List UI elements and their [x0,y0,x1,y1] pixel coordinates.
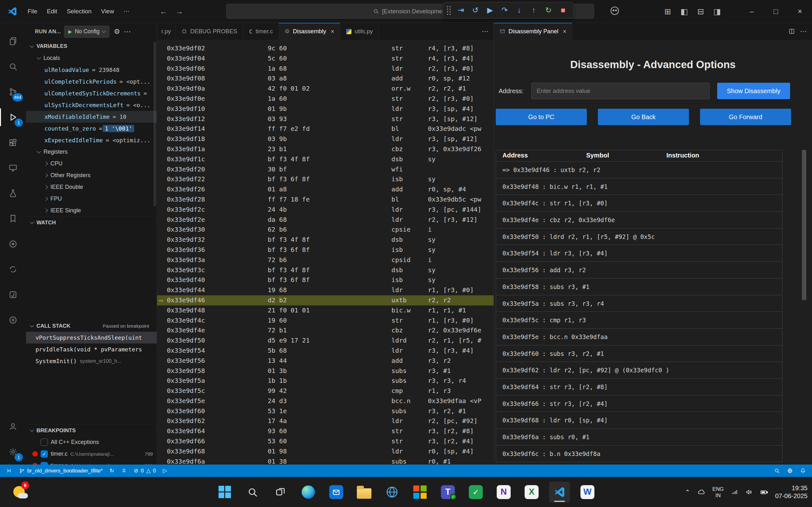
table-row[interactable]: 0x33e9df58 : subs r3, #1 [496,279,782,295]
table-row[interactable]: 0x33e9df66 : str r3, [r2, #4] [496,395,782,412]
live-share-item[interactable] [783,464,797,477]
step-over-icon[interactable]: ↷ [498,4,512,16]
disassembly-line[interactable]: ⇨ 0x33e9df50 d5 e9 17 21 ldrd r2, r1, [r… [157,336,494,346]
testing-icon[interactable] [0,181,26,206]
menu-file[interactable]: File [23,4,42,19]
tray-expand-icon[interactable]: ⌃ [685,488,690,496]
sidebar-scrollbar[interactable] [154,42,156,207]
tab-debug-probes[interactable]: DEBUG PROBES [176,23,243,40]
table-row[interactable]: 0x33e9df60 : subs r3, r2, #1 [496,345,782,362]
table-row[interactable]: 0x33e9df6c : b.n 0x33e9df8a [496,446,782,462]
bookmarks-icon[interactable] [0,206,26,231]
extensions-icon[interactable] [0,130,26,155]
disassembly-line[interactable]: ⇨ 0x33e9df0a 42 f0 01 02 orr.w r2, r2, #… [157,83,494,94]
variable-row[interactable]: ulReloadValue = 239848 [26,64,157,76]
split-editor-icon[interactable] [789,28,795,35]
table-row[interactable]: 0x33e9df6a : subs r0, #1 [496,429,782,446]
extension-tool-icon[interactable] [0,231,26,257]
register-group-row[interactable]: IEEE Single [26,205,157,216]
taskbar-excel[interactable]: X [521,482,542,503]
taskbar-start-button[interactable] [214,482,235,503]
language-indicator[interactable]: ENG IN [712,486,724,498]
disassembly-line[interactable]: ⇨ 0x33e9df14 ff f7 e2 fd bl 0x33e9dadc <… [157,124,494,134]
volume-icon[interactable] [745,488,753,496]
menu-view[interactable]: View [96,4,119,19]
register-group-row[interactable]: IEEE Double [26,181,157,193]
disassembly-line[interactable]: ⇨ 0x33e9df5a 1b 1b subs r3, r3, r4 [157,376,494,386]
source-control-icon[interactable]: 464 [0,79,26,105]
menu-edit[interactable]: Edit [42,4,62,19]
device-tool-icon[interactable] [0,307,26,333]
taskbar-edge[interactable] [298,482,319,503]
jlink-tool-icon[interactable] [0,282,26,307]
start-debug-icon[interactable]: ▶ [68,29,72,35]
tab-disassembly-panel[interactable]: Disassembly Panel × [494,23,572,40]
minimize-button[interactable]: – [740,0,764,23]
taskbar-browser[interactable] [382,482,403,503]
tab-timer-c[interactable]: C timer.c [243,23,279,40]
forward-icon[interactable]: → [175,7,183,16]
show-disassembly-button[interactable]: Show Disassembly [717,83,790,99]
explorer-icon[interactable] [0,29,26,54]
disassembly-line[interactable]: ⇨ 0x33e9df4c 19 60 str r1, [r3, #0] [157,316,494,326]
disassembly-line[interactable]: ⇨ 0x33e9df62 17 4a ldr r2, [pc, #92] [157,416,494,426]
disassembly-line[interactable]: ⇨ 0x33e9df1c bf f3 4f 8f dsb sy [157,154,494,164]
git-branch-item[interactable]: br_old_drivers_bootloader_tflite* [15,464,106,477]
disassembly-line[interactable]: ⇨ 0x33e9df44 19 68 ldr r1, [r3, #0] [157,285,494,295]
problems-item[interactable]: ⊘ 0 △ 0 [131,464,159,477]
breakpoint-row[interactable]: ✓ All C++ Exceptions [26,436,157,448]
table-row[interactable]: 0x33e9df4c : str r1, [r3, #0] [496,195,782,212]
breakpoints-section-header[interactable]: BREAKPOINTS [26,424,157,436]
disassembly-line[interactable]: ⇨ 0x33e9df04 5c 60 str r4, [r3, #4] [157,54,494,64]
more-actions-icon[interactable]: ⋯ [481,27,489,36]
clock[interactable]: 19:35 07-06-2025 [775,484,808,500]
disassembly-line[interactable]: ⇨ 0x33e9df64 93 60 str r3, [r2, #8] [157,426,494,436]
variable-row[interactable]: ulCompletedSysTickDecrements = [26,88,157,99]
taskbar-search[interactable] [242,482,263,503]
disassembly-line[interactable]: ⇨ 0x33e9df08 03 a8 add r0, sp, #12 [157,73,494,83]
table-row[interactable]: 0x33e9df4e : cbz r2, 0x33e9df6e [496,212,782,228]
address-input[interactable] [531,83,710,99]
table-row[interactable]: => 0x33e9df46 : uxtb r2, r2 [496,162,782,178]
network-icon[interactable] [731,488,739,496]
table-row[interactable]: 0x33e9df56 : add r3, r2 [496,262,782,279]
taskbar-onenote[interactable]: N [493,482,514,503]
restart-icon[interactable]: ↻ [542,4,555,16]
step-out-icon[interactable]: ↑ [527,4,541,16]
variable-row[interactable]: xExpectedIdleTime = <optimiz... [26,134,157,146]
disassembly-line[interactable]: ⇨ 0x33e9df4e 72 b1 cbz r2, 0x33e9df6e [157,326,494,336]
call-stack-section-header[interactable]: CALL STACK Paused on breakpoint [26,320,157,332]
disassembly-line[interactable]: ⇨ 0x33e9df10 01 9b ldr r3, [sp, #4] [157,104,494,114]
disassembly-line[interactable]: ⇨ 0x33e9df06 1a 68 ldr r2, [r3, #0] [157,64,494,74]
variables-section-header[interactable]: VARIABLES [26,40,157,52]
disassembly-line[interactable]: ⇨ 0x33e9df5c 99 42 cmp r1, r3 [157,386,494,396]
breakpoint-checkbox[interactable]: ✓ [41,450,48,458]
disassembly-line[interactable]: ⇨ 0x33e9df20 30 bf wfi [157,164,494,175]
disassembly-line[interactable]: ⇨ 0x33e9df2e da 68 ldr r2, [r3, #12] [157,215,494,225]
remote-explorer-icon[interactable] [0,155,26,181]
toggle-sidebar-icon[interactable]: ◧ [678,7,690,16]
table-row[interactable]: 0x33e9df5c : cmp r1, r3 [496,312,782,329]
variable-row[interactable]: xModifiableIdleTime = 10 [26,111,157,123]
table-row[interactable]: 0x33e9df64 : str r3, [r2, #8] [496,379,782,395]
taskbar-file-explorer[interactable] [354,482,374,503]
stack-frame-row[interactable]: SystemInit() system_sr100_h... [26,355,157,367]
table-row[interactable]: 0x33e9df48 : bic.w r1, r1, #1 [496,178,782,195]
continue-icon[interactable]: ▶ [483,4,497,16]
disassembly-line[interactable]: ⇨ 0x33e9df1a 23 b1 cbz r3, 0x33e9df26 [157,144,494,154]
taskbar-teams[interactable]: T ✓ [438,482,458,503]
tab-disassembly[interactable]: ⚙ Disassembly × [279,23,340,40]
disassembly-line[interactable]: ⇨ 0x33e9df54 5b 68 ldr r3, [r3, #4] [157,346,494,356]
locals-tree-item[interactable]: Locals [26,52,157,64]
tab-utils-py[interactable]: utils.py [340,23,379,40]
customize-layout-icon[interactable]: ⊞ [662,7,674,16]
stop-icon[interactable]: ■ [556,4,570,16]
disassembly-line[interactable]: ⇨ 0x33e9df56 13 44 add r3, r2 [157,356,494,366]
table-row[interactable]: 0x33e9df5a : subs r3, r3, r4 [496,295,782,312]
notifications-item[interactable] [797,464,809,477]
disassembly-line[interactable]: ⇨ 0x33e9df32 bf f3 4f 8f dsb sy [157,235,494,245]
go-to-pc-button[interactable]: Go to PC [496,109,587,125]
screencast-item[interactable] [770,464,783,477]
debug-status-item[interactable]: ▷ [159,464,171,477]
disassembly-line[interactable]: ⇨ 0x33e9df58 01 3b subs r3, #1 [157,366,494,376]
